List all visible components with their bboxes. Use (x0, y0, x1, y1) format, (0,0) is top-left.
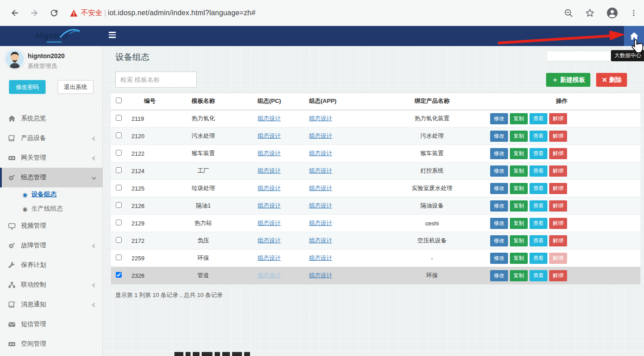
action-unbind-button[interactable]: 解绑 (549, 200, 567, 212)
delete-button[interactable]: ✕删除 (596, 73, 627, 87)
sidebar-subitem-3-0[interactable]: ◉设备组态 (0, 187, 103, 202)
logout-button[interactable]: 退出系统 (58, 80, 93, 94)
pc-design-link[interactable]: 组态设计 (258, 185, 281, 191)
user-avatar[interactable] (4, 49, 25, 69)
app-design-link[interactable]: 组态设计 (309, 167, 332, 174)
bookmark-star-icon[interactable] (585, 8, 595, 18)
action-view-button[interactable]: 查看 (530, 270, 547, 281)
action-edit-button[interactable]: 修改 (490, 165, 508, 177)
row-checkbox[interactable] (116, 254, 122, 260)
action-unbind-button[interactable]: 解绑 (549, 253, 567, 264)
action-view-button[interactable]: 查看 (530, 200, 547, 212)
row-checkbox[interactable] (116, 167, 122, 173)
bigdata-home-button[interactable] (624, 26, 644, 46)
action-view-button[interactable]: 查看 (530, 253, 547, 264)
action-copy-button[interactable]: 复制 (510, 148, 528, 159)
site-security-indicator[interactable]: 不安全 (70, 8, 102, 18)
action-unbind-button[interactable]: 解绑 (549, 148, 567, 159)
action-unbind-button[interactable]: 解绑 (549, 131, 567, 142)
sidebar-item-2[interactable]: 网关管理 (0, 148, 103, 168)
select-all-checkbox[interactable] (116, 97, 122, 103)
sidebar-item-0[interactable]: 系统总览 (0, 109, 103, 128)
action-copy-button[interactable]: 复制 (510, 253, 528, 264)
action-unbind-button[interactable]: 解绑 (549, 165, 567, 177)
pc-design-link[interactable]: 组态设计 (258, 167, 281, 174)
kebab-menu-icon[interactable] (630, 8, 638, 17)
action-edit-button[interactable]: 修改 (490, 183, 508, 194)
action-edit-button[interactable]: 修改 (490, 200, 508, 212)
action-view-button[interactable]: 查看 (530, 218, 547, 229)
sidebar-item-3[interactable]: 组态管理 (0, 168, 103, 187)
profile-icon[interactable] (606, 7, 618, 19)
row-checkbox[interactable] (116, 132, 122, 138)
zoom-out-icon[interactable] (564, 8, 573, 18)
app-design-link[interactable]: 组态设计 (309, 237, 332, 244)
sidebar-item-5[interactable]: 故障管理 (0, 236, 103, 255)
action-edit-button[interactable]: 修改 (490, 131, 508, 142)
action-edit-button[interactable]: 修改 (490, 253, 508, 264)
action-copy-button[interactable]: 复制 (510, 113, 528, 124)
sidebar-item-4[interactable]: 视频管理 (0, 216, 103, 236)
app-design-link[interactable]: 组态设计 (309, 185, 332, 191)
row-checkbox[interactable] (116, 202, 122, 208)
back-icon[interactable] (10, 8, 20, 18)
app-design-link[interactable]: 组态设计 (309, 132, 332, 139)
action-view-button[interactable]: 查看 (530, 113, 547, 124)
app-design-link[interactable]: 组态设计 (309, 202, 332, 209)
app-design-link[interactable]: 组态设计 (309, 254, 332, 261)
row-checkbox[interactable] (116, 237, 122, 243)
sidebar-item-10[interactable]: 空间管理 (0, 334, 103, 354)
sidebar-item-7[interactable]: 联动控制 (0, 275, 103, 295)
row-checkbox[interactable] (116, 272, 122, 278)
app-design-link[interactable]: 组态设计 (309, 150, 332, 157)
reload-icon[interactable] (49, 8, 59, 18)
action-copy-button[interactable]: 复制 (510, 218, 528, 229)
action-copy-button[interactable]: 复制 (510, 270, 528, 281)
row-checkbox[interactable] (116, 115, 122, 121)
action-copy-button[interactable]: 复制 (510, 131, 528, 142)
action-edit-button[interactable]: 修改 (490, 148, 508, 159)
action-copy-button[interactable]: 复制 (510, 183, 528, 194)
action-copy-button[interactable]: 复制 (510, 200, 528, 212)
row-checkbox[interactable] (116, 220, 122, 225)
action-unbind-button[interactable]: 解绑 (549, 270, 567, 281)
action-unbind-button[interactable]: 解绑 (549, 235, 567, 246)
new-template-button[interactable]: ＋新建模板 (546, 73, 590, 87)
pc-design-link[interactable]: 组态设计 (258, 272, 281, 279)
pc-design-link[interactable]: 组态设计 (258, 220, 281, 226)
sidebar-subitem-3-1[interactable]: ◉生产线组态 (0, 202, 103, 216)
action-edit-button[interactable]: 修改 (490, 235, 508, 246)
action-view-button[interactable]: 查看 (530, 183, 547, 194)
change-password-button[interactable]: 修改密码 (9, 80, 46, 94)
action-edit-button[interactable]: 修改 (490, 270, 508, 281)
row-checkbox[interactable] (116, 185, 122, 191)
app-design-link[interactable]: 组态设计 (309, 115, 332, 122)
action-edit-button[interactable]: 修改 (490, 218, 508, 229)
pc-design-link[interactable]: 组态设计 (258, 132, 281, 139)
sidebar-item-8[interactable]: 消息通知 (0, 295, 103, 314)
brand-logo[interactable]: Hignton (0, 26, 103, 46)
action-edit-button[interactable]: 修改 (490, 113, 508, 124)
pc-design-link[interactable]: 组态设计 (258, 237, 281, 244)
address-bar-url[interactable]: iot.idosp.net/admin/index.html?language=… (108, 9, 255, 17)
pc-design-link[interactable]: 组态设计 (258, 202, 281, 209)
pc-design-link[interactable]: 组态设计 (258, 254, 281, 261)
hamburger-menu-icon[interactable] (109, 32, 117, 40)
action-unbind-button[interactable]: 解绑 (549, 113, 567, 124)
app-design-link[interactable]: 组态设计 (309, 272, 332, 279)
pc-design-link[interactable]: 组态设计 (258, 150, 281, 157)
pc-design-link[interactable]: 组态设计 (258, 115, 281, 122)
action-view-button[interactable]: 查看 (530, 165, 547, 177)
action-copy-button[interactable]: 复制 (510, 235, 528, 246)
app-design-link[interactable]: 组态设计 (309, 220, 332, 226)
row-checkbox[interactable] (116, 150, 122, 156)
action-unbind-button[interactable]: 解绑 (549, 183, 567, 194)
action-view-button[interactable]: 查看 (530, 148, 547, 159)
action-unbind-button[interactable]: 解绑 (549, 218, 567, 229)
template-search-input[interactable] (115, 72, 197, 88)
action-view-button[interactable]: 查看 (530, 131, 547, 142)
forward-icon[interactable] (30, 8, 39, 18)
sidebar-item-9[interactable]: 短信管理 (0, 314, 103, 334)
action-view-button[interactable]: 查看 (530, 235, 547, 246)
action-copy-button[interactable]: 复制 (510, 165, 528, 177)
